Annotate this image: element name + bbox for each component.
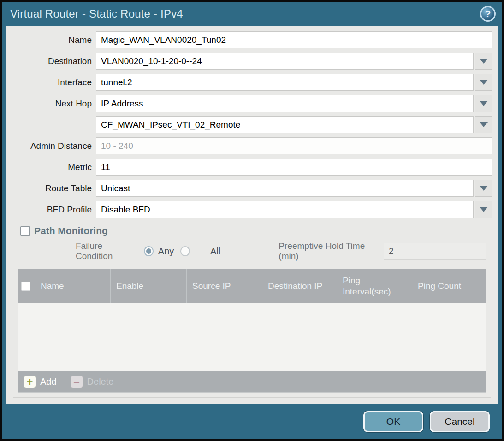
form-row-next-hop: Next Hop <box>12 95 492 112</box>
path-monitoring-section: Path Monitoring Failure Condition Any Al… <box>13 225 491 398</box>
route-table-label: Route Table <box>12 183 96 194</box>
metric-label: Metric <box>12 162 96 172</box>
bfd-profile-dropdown-button[interactable] <box>475 201 492 218</box>
form-row-metric: Metric <box>12 159 492 176</box>
table-header-source-ip[interactable]: Source IP <box>186 269 262 303</box>
admin-distance-label: Admin Distance <box>12 141 96 151</box>
interface-label: Interface <box>12 77 96 88</box>
interface-input[interactable] <box>96 74 474 91</box>
select-all-checkbox[interactable] <box>21 282 30 291</box>
form-row-next-hop-address <box>12 116 492 133</box>
failure-condition-any-label: Any <box>158 246 174 257</box>
form-row-interface: Interface <box>12 74 492 91</box>
table-header-row: Name Enable Source IP Destination IP Pin… <box>18 269 486 303</box>
destination-label: Destination <box>12 56 96 66</box>
add-button[interactable]: + Add <box>24 376 57 388</box>
dialog-body: Name Destination Interface <box>6 26 498 404</box>
table-header-name[interactable]: Name <box>35 269 110 303</box>
bfd-profile-label: BFD Profile <box>12 205 96 215</box>
name-label: Name <box>12 35 96 45</box>
dialog-title: Virtual Router - Static Route - IPv4 <box>10 7 183 20</box>
chevron-down-icon <box>480 207 488 212</box>
preemptive-hold-time-input[interactable] <box>384 243 486 260</box>
admin-distance-input[interactable] <box>96 137 492 154</box>
table-header-destination-ip[interactable]: Destination IP <box>262 269 337 303</box>
path-monitoring-title: Path Monitoring <box>34 225 108 236</box>
failure-condition-all-label: All <box>210 246 220 257</box>
form-row-route-table: Route Table <box>12 180 492 197</box>
delete-button[interactable]: − Delete <box>71 376 114 388</box>
form-row-destination: Destination <box>12 53 492 70</box>
add-button-label: Add <box>40 376 57 387</box>
metric-input[interactable] <box>96 159 492 176</box>
ok-button[interactable]: OK <box>363 411 423 432</box>
delete-button-label: Delete <box>87 376 114 387</box>
help-icon[interactable]: ? <box>480 6 496 22</box>
destination-input[interactable] <box>96 53 474 70</box>
failure-condition-radio-all[interactable] <box>180 246 190 256</box>
route-table-dropdown-button[interactable] <box>475 180 492 197</box>
bfd-profile-input[interactable] <box>96 201 474 218</box>
next-hop-type-dropdown-button[interactable] <box>475 95 492 112</box>
form-row-admin-distance: Admin Distance <box>12 137 492 154</box>
route-table-input[interactable] <box>96 180 474 197</box>
form-row-name: Name <box>12 31 492 48</box>
interface-dropdown-button[interactable] <box>475 74 492 91</box>
table-body-empty <box>18 303 486 371</box>
next-hop-label: Next Hop <box>12 99 96 109</box>
chevron-down-icon <box>480 59 488 64</box>
destination-dropdown-button[interactable] <box>475 53 492 70</box>
table-header-select-all <box>18 269 35 303</box>
chevron-down-icon <box>480 122 488 127</box>
next-hop-address-dropdown-button[interactable] <box>475 116 492 133</box>
dialog-footer: OK Cancel <box>2 404 502 439</box>
path-monitoring-legend: Path Monitoring <box>18 225 112 236</box>
path-monitoring-checkbox[interactable] <box>20 226 30 236</box>
failure-condition-radio-any[interactable] <box>144 246 154 256</box>
next-hop-address-input[interactable] <box>96 116 474 133</box>
chevron-down-icon <box>480 101 488 106</box>
preemptive-hold-time-label: Preemptive Hold Time (min) <box>279 241 380 261</box>
path-monitoring-table: Name Enable Source IP Destination IP Pin… <box>18 269 486 393</box>
chevron-down-icon <box>480 80 488 85</box>
failure-condition-row: Failure Condition Any All Preemptive Hol… <box>18 241 486 261</box>
name-input[interactable] <box>96 31 492 48</box>
table-header-ping-count[interactable]: Ping Count <box>412 269 486 303</box>
cancel-button[interactable]: Cancel <box>430 411 490 432</box>
add-icon: + <box>24 376 36 388</box>
table-header-ping-interval[interactable]: Ping Interval(sec) <box>337 269 412 303</box>
chevron-down-icon <box>480 186 488 191</box>
table-toolbar: + Add − Delete <box>18 371 486 392</box>
static-route-dialog: Virtual Router - Static Route - IPv4 ? N… <box>0 0 504 441</box>
dialog-titlebar: Virtual Router - Static Route - IPv4 ? <box>2 2 502 26</box>
failure-condition-label: Failure Condition <box>76 241 137 261</box>
delete-icon: − <box>71 376 83 388</box>
table-header-enable[interactable]: Enable <box>110 269 186 303</box>
form-row-bfd-profile: BFD Profile <box>12 201 492 218</box>
next-hop-type-input[interactable] <box>96 95 474 112</box>
